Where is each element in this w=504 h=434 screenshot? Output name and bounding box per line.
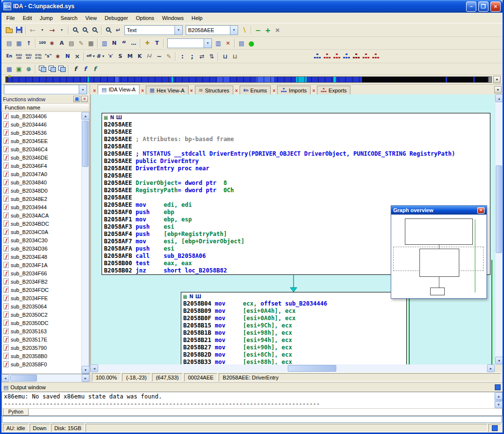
scroll-thumb[interactable] [496,165,502,253]
function-list-item[interactable]: ƒsub_B20346F4 [2,162,81,170]
menu-view[interactable]: View [81,14,101,22]
tab-enums[interactable]: EnEnums [240,86,271,94]
close-item-icon[interactable]: × [273,25,282,35]
graph-view[interactable]: Graph overview × ▦NШB20 [90,94,495,364]
disasm-line[interactable]: B2058B2D mov [esi+8Ch], ecx [181,351,406,359]
clear-desktop-icon[interactable]: ∖ [240,25,249,35]
tab-hex-view-a[interactable]: ▦Hex View-A [146,86,189,94]
function-list-item[interactable]: ƒsub_B2034FB2 [2,277,81,286]
open-file-icon[interactable] [4,25,14,35]
output-titlebar[interactable]: ▤ Output window [1,383,503,392]
scroll-down-icon[interactable]: ▼ [495,357,503,364]
disasm-line[interactable]: B2058B33 mov [esi+88h], ecx [181,359,406,364]
function-list-item[interactable]: ƒsub_B20346C4 [2,145,81,153]
disasm-line[interactable]: B2058B15 mov [esi+9Ch], ecx [181,322,406,329]
run-icon[interactable]: ● [246,38,256,48]
function-list-item[interactable]: ƒsub_B2035163 [2,327,81,335]
disasm-line[interactable]: B2058B04 mov ecx, offset sub_B2034446 [181,300,406,307]
edit-icon[interactable]: ✎ [164,52,174,61]
output-lines[interactable]: x86emu: No saved x86emu state data was f… [2,392,494,408]
functions-vscrollbar[interactable]: ▲ ▼ [81,112,89,374]
number-icon[interactable]: #▼ [96,52,105,61]
semicolon-icon[interactable]: ; [187,52,197,61]
scroll-thumb[interactable] [495,400,502,402]
scroll-track[interactable] [82,120,89,366]
function-list-item[interactable]: ƒsub_B2035064 [2,302,81,310]
function-list-item[interactable]: ƒsub_B2034ACA [2,211,81,219]
function-list-item[interactable]: ƒsub_B2034536 [2,128,81,137]
manual-icon[interactable]: M [125,52,135,61]
user-graph-icon[interactable] [351,52,361,61]
graph-vscrollbar[interactable]: ▲ ▼ [495,94,503,364]
image-icon[interactable]: ▣ [14,64,24,74]
undefine-icon[interactable]: × [72,52,82,61]
menu-jump[interactable]: Jump [36,14,57,22]
function-teal-icon[interactable]: f [90,64,100,74]
scroll-track[interactable] [495,102,503,357]
call-graph-icon[interactable] [322,52,332,61]
const-icon[interactable]: K [135,52,144,61]
array-icon[interactable]: ∗ [53,52,63,61]
sp-alt-icon[interactable]: ⊔ [230,52,240,61]
function-list-item[interactable]: ƒsub_B20350C2 [2,310,81,319]
table-icon[interactable]: ▦ [86,38,96,48]
world-icon[interactable]: ⊕ [24,64,34,74]
close-button[interactable]: × [490,1,501,12]
function-list-item[interactable]: ƒsub_B2034F1A [2,261,81,269]
disasm-line[interactable]: B2058AEE [102,121,490,128]
node-grid-icon[interactable]: ▦ [104,115,108,120]
jump-parent-icon[interactable]: ↑ [24,38,34,48]
close-tab-icon[interactable]: × [91,88,98,94]
tile-windows-icon[interactable] [57,64,67,74]
data-bytes-icon[interactable]: 0101DAT [24,52,34,61]
functions-hscrollbar[interactable]: ◄ ► [1,374,89,382]
navigate-forward-dropdown-icon[interactable]: ▾ [57,25,67,35]
grid-icon[interactable]: ▦ [4,64,14,74]
jump-address-combo[interactable]: B2058AEE▼ [186,25,238,35]
tab-exports[interactable]: Exports [317,86,350,94]
menu-search[interactable]: Search [57,14,82,22]
new-window-icon[interactable] [37,64,47,74]
function-list-item[interactable]: ƒsub_B2035790 [2,344,81,352]
tab-structures[interactable]: ≡Structures [195,86,233,94]
offset-icon[interactable]: off▼ [86,52,96,61]
close-tab-icon[interactable]: × [311,88,317,94]
node-grid-icon[interactable]: ▦ [183,294,187,299]
function-list-item[interactable]: ƒsub_B20348D0 [2,186,81,195]
scroll-up-icon[interactable]: ▲ [82,112,89,120]
graph-overview-titlebar[interactable]: Graph overview × [391,206,487,215]
close-tab-icon[interactable]: × [271,88,277,94]
jump-address-combo-dropdown-icon[interactable]: ▼ [230,26,238,35]
disasm-line[interactable]: B2058AEE [102,143,490,150]
functions-window-titlebar[interactable]: Functions window ▣ × [1,94,89,103]
graph-overview-window[interactable]: Graph overview × [391,205,487,299]
function-list-item[interactable]: ƒsub_B2034D36 [2,244,81,253]
delete-window-icon[interactable]: × [223,38,233,48]
divide-icon[interactable]: /-/ [144,52,154,61]
tab-list-icon[interactable]: ▼ [494,86,502,93]
function-filter-combo[interactable]: ▼ [4,85,87,94]
asterisk-icon[interactable]: ∗ [47,38,57,48]
function-list-item[interactable]: ƒsub_B2034840 [2,178,81,186]
add-item-icon[interactable]: + [263,25,273,35]
tilde-icon[interactable]: ~ [154,52,164,61]
function-list-item[interactable]: ƒsub_B2034944 [2,203,81,211]
pencil-icon[interactable]: ✎ [76,38,86,48]
disasm-line[interactable]: B2058AEE DriverEntry proc near [102,165,490,172]
enums-toolbar-icon[interactable]: En [4,52,14,61]
function-list-item[interactable]: ƒsub_B2034406 [2,112,81,120]
disasm-line[interactable]: B2058AEE ; NTSTATUS __stdcall DriverEntr… [102,150,490,158]
search-text-icon[interactable] [70,25,80,35]
function-list-item[interactable]: ƒsub_B20348E2 [2,195,81,203]
callers-graph-icon[interactable] [361,52,371,61]
remove-item-icon[interactable]: − [253,25,263,35]
function-list-item[interactable]: ƒsub_B20350DC [2,319,81,327]
tab-python[interactable]: Python [3,409,29,416]
node-names-icon[interactable]: N [110,115,114,120]
type-icon[interactable]: T [152,38,162,48]
code-bytes-icon[interactable]: 0101COD [14,52,24,61]
scroll-thumb[interactable] [10,375,37,381]
command-input[interactable] [2,416,502,423]
segment-icon[interactable]: S [115,52,125,61]
zoom-100-icon[interactable]: 100 [37,38,47,48]
